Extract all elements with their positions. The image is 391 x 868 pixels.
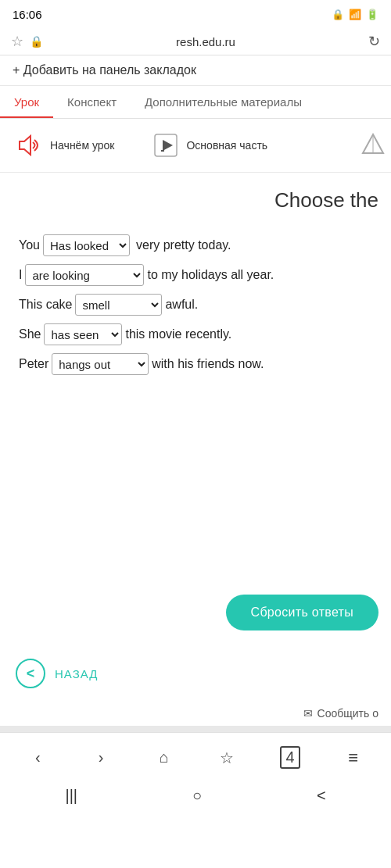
pyramid-icon-container: [361, 132, 385, 159]
ex-row-5-suffix: with his friends now.: [152, 354, 264, 374]
lesson-nav-start[interactable]: Начнём урок: [6, 127, 124, 164]
ex-row-2-prefix: I: [19, 265, 22, 285]
exercise-area: You Has looked have looked look looked v…: [13, 234, 378, 375]
ex-row-3-prefix: This cake: [19, 295, 72, 315]
browser-bar: ☆ 🔒 resh.edu.ru ↻: [0, 28, 391, 55]
menu-icon: ≡: [348, 748, 358, 768]
reset-btn-area: Сбросить ответы: [13, 595, 378, 630]
tab-konspekt[interactable]: Конспект: [53, 86, 131, 118]
ex-row-1-prefix: You: [19, 235, 40, 255]
ex-row-4-select[interactable]: has seen saw see is seeing: [44, 323, 122, 345]
back-circle-button[interactable]: <: [16, 659, 45, 688]
back-nav: < НАЗАД: [0, 646, 391, 701]
back-label[interactable]: НАЗАД: [55, 667, 98, 680]
nav-back-button[interactable]: ‹: [6, 748, 70, 766]
lock-status-icon: 🔒: [332, 9, 344, 20]
report-text[interactable]: Сообщить о: [317, 707, 378, 720]
bookmark-icon: ☆: [220, 748, 234, 767]
android-home-button[interactable]: ○: [192, 787, 202, 805]
ex-row-5-prefix: Peter: [19, 354, 48, 374]
ex-row-3-select[interactable]: smell smells is smelling has smelled: [75, 294, 162, 316]
tab-urok[interactable]: Урок: [0, 86, 53, 118]
bookmark-bar[interactable]: + Добавить на панель закладок: [0, 55, 391, 86]
tab-dop-materials[interactable]: Дополнительные материалы: [131, 86, 316, 118]
android-back-button[interactable]: <: [317, 787, 326, 805]
recent-icon: |||: [65, 787, 77, 804]
mail-icon: ✉: [303, 707, 313, 720]
report-row: ✉ Сообщить о: [0, 701, 391, 726]
ex-row-3: This cake smell smells is smelling has s…: [19, 294, 372, 316]
choose-title: Choose the: [13, 188, 378, 213]
signal-icon: 📶: [349, 9, 361, 20]
android-back-icon: <: [317, 787, 326, 804]
main-content: Choose the You Has looked have looked lo…: [0, 173, 391, 563]
ex-row-4-suffix: this movie recently.: [125, 324, 231, 345]
nav-tabs-button[interactable]: 4: [259, 746, 322, 769]
url-display[interactable]: resh.edu.ru: [43, 35, 368, 48]
ex-row-5-select[interactable]: hangs out is hanging out hang out hung o…: [52, 353, 149, 375]
nav-bookmark-button[interactable]: ☆: [196, 748, 259, 767]
ex-row-2-select[interactable]: are looking have been looking look looke…: [25, 264, 144, 286]
ex-row-1-select[interactable]: Has looked have looked look looked: [43, 234, 130, 256]
battery-icon: 🔋: [366, 9, 378, 20]
reset-button[interactable]: Сбросить ответы: [226, 595, 378, 630]
browser-bar-left: ☆ 🔒: [11, 33, 43, 50]
lesson-nav: Начнём урок Основная часть: [0, 119, 391, 173]
ex-row-2-suffix: to my holidays all year.: [147, 265, 274, 285]
bottom-nav: ‹ › ⌂ ☆ 4 ≡: [0, 732, 391, 776]
tabs-bar: Урок Конспект Дополнительные материалы: [0, 86, 391, 119]
android-home-icon: ○: [192, 787, 202, 804]
nav-home-button[interactable]: ⌂: [132, 748, 196, 766]
lesson-start-label: Начнём урок: [50, 139, 114, 152]
status-bar: 16:06 🔒 📶 🔋: [0, 0, 391, 28]
ex-row-4-prefix: She: [19, 324, 41, 345]
android-nav: ||| ○ <: [0, 776, 391, 815]
home-icon: ⌂: [160, 748, 169, 766]
tabs-icon: 4: [280, 746, 300, 769]
nav-back-icon: ‹: [35, 748, 41, 766]
ex-row-2: I are looking have been looking look loo…: [19, 264, 372, 286]
nav-menu-button[interactable]: ≡: [321, 748, 385, 768]
star-icon[interactable]: ☆: [11, 33, 23, 50]
play-icon: [152, 131, 180, 159]
svg-marker-2: [163, 140, 173, 151]
ex-row-4: She has seen saw see is seeing this movi…: [19, 323, 372, 345]
status-icons: 🔒 📶 🔋: [332, 9, 378, 20]
refresh-button[interactable]: ↻: [368, 33, 380, 50]
svg-marker-0: [20, 136, 30, 155]
bookmark-add-label: + Добавить на панель закладок: [13, 63, 196, 77]
android-recent-button[interactable]: |||: [65, 787, 77, 805]
ex-row-1: You Has looked have looked look looked v…: [19, 234, 372, 256]
back-chevron-icon: <: [27, 666, 35, 682]
speaker-icon: [16, 131, 44, 159]
lesson-nav-main[interactable]: Основная часть: [142, 127, 277, 164]
nav-forward-icon: ›: [99, 748, 104, 766]
lock-icon: 🔒: [30, 35, 43, 48]
status-time: 16:06: [13, 8, 42, 21]
nav-forward-button[interactable]: ›: [70, 748, 133, 766]
separator: [0, 726, 391, 732]
ex-row-3-suffix: awful.: [165, 295, 198, 315]
lesson-main-label: Основная часть: [186, 139, 267, 152]
ex-row-1-suffix: very pretty today.: [136, 235, 231, 255]
ex-row-5: Peter hangs out is hanging out hang out …: [19, 353, 372, 375]
